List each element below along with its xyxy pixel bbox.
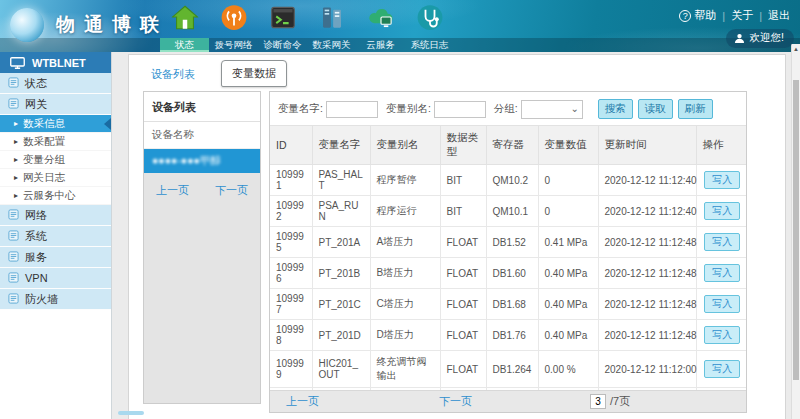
sidebar-item-label: 云服务中心 (23, 189, 76, 203)
sidebar-item-gateway-log[interactable]: ▸网关日志 (0, 169, 111, 187)
sidebar-item-label: 系统 (25, 229, 47, 244)
table-row: 109995PT_201AA塔压力FLOATDB1.520.41 MPa2020… (270, 227, 746, 258)
sidebar-item-cloud-center[interactable]: ▸云服务中心 (0, 187, 111, 205)
sidebar-brand: WTBLNET (0, 52, 111, 73)
sidebar-item-var-group[interactable]: ▸变量分组 (0, 151, 111, 169)
var-name-input[interactable] (326, 101, 378, 118)
nav-item-cloud[interactable]: 云服务 (356, 0, 405, 52)
table-column-header: 变量数值 (538, 126, 598, 165)
table-column-header: 数据类型 (440, 126, 486, 165)
sidebar-item-label: 防火墙 (25, 292, 58, 307)
nav-item-gateway[interactable]: 数采网关 (307, 0, 356, 52)
cloud-service-icon (367, 4, 394, 31)
sidebar-item-data-info[interactable]: ▸数采信息 (0, 115, 111, 133)
variable-table-wrap: ID变量名字变量别名数据类型寄存器变量数值更新时间操作 109991PAS_HA… (270, 125, 746, 390)
var-alias-label: 变量别名: (386, 102, 431, 116)
data-gateway-icon (318, 4, 345, 31)
cell-name: PT_201A (312, 227, 370, 258)
cell-time: 2020-12-12 11:12:00 (598, 351, 696, 388)
refresh-button[interactable]: 刷新 (678, 99, 713, 119)
var-alias-input[interactable] (434, 101, 486, 118)
table-row: 109991PAS_HALT程序暂停BITQM10.202020-12-12 1… (270, 165, 746, 196)
nav-item-syslog[interactable]: 系统日志 (405, 0, 454, 52)
cell-id: 109996 (270, 258, 312, 289)
tab-device-list[interactable]: 设备列表 (141, 62, 205, 87)
device-panel-title: 设备列表 (144, 92, 260, 122)
tab-var-data[interactable]: 变量数据 (221, 60, 287, 87)
dial-network-icon (220, 4, 247, 31)
write-button[interactable]: 写入 (704, 202, 740, 220)
cell-actions: 写入 (696, 320, 746, 351)
cell-register: QM10.1 (486, 196, 538, 227)
sidebar-item-status[interactable]: 状态 (0, 73, 111, 94)
selected-device-row[interactable]: ●●●●-●●●甲醇 (144, 149, 260, 173)
cell-name: PSA_RUN (312, 196, 370, 227)
topbar: 物通博联 状态拨号网络诊断命令数采网关云服务系统日志 ?帮助|关于|退出 欢迎您… (0, 0, 800, 52)
cell-time: 2020-12-12 11:12:48 (598, 320, 696, 351)
home-icon (171, 4, 198, 31)
cell-time: 2020-12-12 11:12:40 (598, 165, 696, 196)
read-button[interactable]: 读取 (638, 99, 673, 119)
next-page-link[interactable]: 下一页 (439, 394, 472, 409)
sidebar-item-label: 数采配置 (23, 135, 65, 149)
cell-value: 0 (538, 196, 598, 227)
write-button[interactable]: 写入 (704, 360, 740, 378)
group-select[interactable]: ⌄ (521, 100, 583, 119)
sidebar-menu: 状态网关▸数采信息▸数采配置▸变量分组▸网关日志▸云服务中心网络系统服务VPN防… (0, 73, 111, 310)
write-button[interactable]: 写入 (704, 264, 740, 282)
table-row: 109997PT_201CC塔压力FLOATDB1.680.40 MPa2020… (270, 289, 746, 320)
write-button[interactable]: 写入 (704, 326, 740, 344)
sidebar-item-vpn[interactable]: VPN (0, 268, 111, 289)
welcome-badge[interactable]: 欢迎您! (726, 29, 794, 48)
sidebar-item-system[interactable]: 系统 (0, 226, 111, 247)
page-number-input[interactable] (590, 394, 606, 409)
filter-bar: 变量名字: 变量别名: 分组: ⌄ 搜索 读取 刷新 (270, 92, 746, 125)
nav-item-label: 拨号网络 (209, 38, 258, 52)
device-prev-page-link[interactable]: 上一页 (156, 183, 189, 198)
sidebar-brand-text: WTBLNET (32, 57, 86, 69)
nav-item-diagnose[interactable]: 诊断命令 (258, 0, 307, 52)
globe-logo-icon (10, 8, 44, 42)
cell-value: 0.40 MPa (538, 258, 598, 289)
write-button[interactable]: 写入 (704, 295, 740, 313)
table-pagination-bar: 上一页 下一页 /7页 (270, 390, 746, 412)
cell-register: DB1.76 (486, 320, 538, 351)
topbar-link-about[interactable]: 关于 (731, 8, 753, 23)
sidebar-item-data-config[interactable]: ▸数采配置 (0, 133, 111, 151)
cell-id: 109991 (270, 165, 312, 196)
sidebar-item-label: VPN (25, 272, 48, 284)
search-button[interactable]: 搜索 (598, 99, 633, 119)
sidebar-item-gateway[interactable]: 网关 (0, 94, 111, 115)
cell-register: QM10.2 (486, 165, 538, 196)
table-row: 109999HIC201_OUT终充调节阀输出FLOATDB1.2640.00 … (270, 351, 746, 388)
cell-id: 109999 (270, 351, 312, 388)
top-links: ?帮助|关于|退出 (679, 8, 790, 23)
scrollbar-thumb[interactable] (793, 80, 799, 380)
cell-time: 2020-12-12 11:12:40 (598, 196, 696, 227)
chevron-down-icon: ⌄ (570, 103, 578, 114)
cell-alias: A塔压力 (370, 227, 440, 258)
menu-box-icon (8, 230, 19, 243)
nav-item-label: 诊断命令 (258, 38, 307, 52)
sidebar-item-firewall[interactable]: 防火墙 (0, 289, 111, 310)
cell-name: HIC201_OUT (312, 351, 370, 388)
user-icon (734, 33, 745, 44)
triangle-bullet-icon: ▸ (14, 137, 18, 146)
cell-type: FLOAT (440, 289, 486, 320)
write-button[interactable]: 写入 (704, 171, 740, 189)
prev-page-link[interactable]: 上一页 (286, 394, 319, 409)
page-scrollbar[interactable]: ▲ (791, 44, 800, 419)
device-name-column-label: 设备名称 (144, 122, 260, 149)
nav-item-status[interactable]: 状态 (160, 0, 209, 52)
sidebar-item-network[interactable]: 网络 (0, 205, 111, 226)
write-button[interactable]: 写入 (704, 233, 740, 251)
table-row: 109998PT_201DD塔压力FLOATDB1.760.40 MPa2020… (270, 320, 746, 351)
topbar-link-help[interactable]: ?帮助 (679, 8, 716, 23)
scrollbar-up-arrow-icon[interactable]: ▲ (792, 46, 800, 52)
device-panel-body: 上一页 下一页 (144, 173, 260, 403)
nav-item-dial[interactable]: 拨号网络 (209, 0, 258, 52)
device-next-page-link[interactable]: 下一页 (215, 183, 248, 198)
monitor-icon (10, 57, 25, 69)
sidebar-item-service[interactable]: 服务 (0, 247, 111, 268)
topbar-link-logout[interactable]: 退出 (768, 8, 790, 23)
